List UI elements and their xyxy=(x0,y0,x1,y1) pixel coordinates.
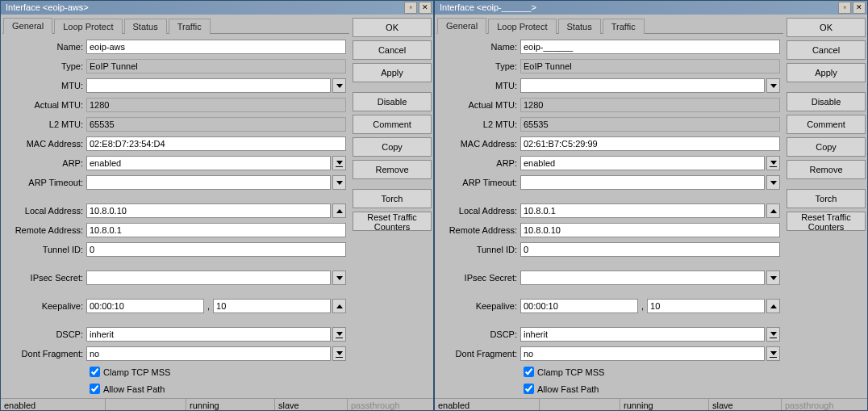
dont-fragment-input[interactable] xyxy=(520,346,765,361)
window-title: Interface <eoip-______> xyxy=(440,2,536,12)
status-running: running xyxy=(186,399,275,410)
remove-button[interactable]: Remove xyxy=(353,160,432,179)
torch-button[interactable]: Torch xyxy=(353,189,432,208)
close-button[interactable]: ✕ xyxy=(419,2,432,14)
tunnel-id-input[interactable] xyxy=(86,242,346,257)
copy-button[interactable]: Copy xyxy=(353,137,432,157)
dfrag-combo-icon[interactable] xyxy=(766,346,780,361)
arp-combo-icon[interactable] xyxy=(332,156,346,170)
mac-input[interactable] xyxy=(86,136,346,151)
disable-button[interactable]: Disable xyxy=(787,92,866,111)
torch-button[interactable]: Torch xyxy=(787,189,866,208)
close-button[interactable]: ✕ xyxy=(853,2,866,14)
tab-traffic[interactable]: Traffic xyxy=(603,19,645,34)
local-address-up-icon[interactable] xyxy=(332,203,346,218)
dscp-combo-icon[interactable] xyxy=(766,327,780,342)
minimize-button[interactable]: ▫ xyxy=(404,2,417,14)
allow-fast-path-checkbox[interactable] xyxy=(524,384,534,394)
clamp-tcp-mss-checkbox[interactable] xyxy=(90,367,100,377)
remove-button[interactable]: Remove xyxy=(787,160,866,179)
tab-status[interactable]: Status xyxy=(558,19,601,34)
reset-traffic-button[interactable]: Reset Traffic Counters xyxy=(353,212,432,231)
tab-general[interactable]: General xyxy=(437,18,486,34)
status-bar: enabled running slave passthrough xyxy=(1,398,433,410)
label-dscp: DSCP: xyxy=(440,329,520,339)
titlebar[interactable]: Interface <eoip-aws> ▫ ✕ xyxy=(1,1,433,15)
clamp-tcp-mss-checkbox[interactable] xyxy=(524,367,534,377)
remote-address-input[interactable] xyxy=(520,223,780,237)
mtu-input[interactable] xyxy=(86,78,331,93)
ipsec-secret-input[interactable] xyxy=(86,271,331,285)
arp-timeout-input[interactable] xyxy=(86,175,331,190)
keepalive-up-icon[interactable] xyxy=(766,299,780,313)
allow-fast-path-checkbox[interactable] xyxy=(90,384,100,394)
comma-separator: , xyxy=(206,301,211,311)
local-address-up-icon[interactable] xyxy=(766,203,780,218)
arp-timeout-input[interactable] xyxy=(520,175,765,190)
local-address-input[interactable] xyxy=(86,203,331,218)
status-passthrough: passthrough xyxy=(782,399,867,410)
tab-traffic[interactable]: Traffic xyxy=(169,19,211,34)
arp-timeout-dropdown-icon[interactable] xyxy=(332,175,346,190)
ok-button[interactable]: OK xyxy=(787,18,866,37)
label-laddr: Local Address: xyxy=(6,206,86,216)
cancel-button[interactable]: Cancel xyxy=(787,40,866,60)
tunnel-id-input[interactable] xyxy=(520,242,780,257)
apply-button[interactable]: Apply xyxy=(787,63,866,82)
mac-input[interactable] xyxy=(520,136,780,151)
keepalive-time-input[interactable] xyxy=(86,299,204,313)
keepalive-up-icon[interactable] xyxy=(332,299,346,313)
label-l2mtu: L2 MTU: xyxy=(440,120,520,129)
ok-button[interactable]: OK xyxy=(353,18,432,37)
comment-button[interactable]: Comment xyxy=(353,115,432,134)
status-bar: enabled running slave passthrough xyxy=(435,398,867,410)
reset-traffic-button[interactable]: Reset Traffic Counters xyxy=(787,212,866,231)
comment-button[interactable]: Comment xyxy=(787,115,866,134)
label-arpto: ARP Timeout: xyxy=(6,178,86,187)
disable-button[interactable]: Disable xyxy=(353,92,432,111)
label-mac: MAC Address: xyxy=(440,139,520,149)
tab-loop-protect[interactable]: Loop Protect xyxy=(488,19,556,34)
arp-timeout-dropdown-icon[interactable] xyxy=(766,175,780,190)
label-type: Type: xyxy=(6,61,86,71)
mtu-dropdown-icon[interactable] xyxy=(332,78,346,93)
ipsec-secret-input[interactable] xyxy=(520,271,765,285)
label-laddr: Local Address: xyxy=(440,206,520,216)
name-input[interactable] xyxy=(86,40,346,54)
keepalive-count-input[interactable] xyxy=(213,299,331,313)
remote-address-input[interactable] xyxy=(86,223,346,237)
dont-fragment-input[interactable] xyxy=(86,346,331,361)
dfrag-combo-icon[interactable] xyxy=(332,346,346,361)
label-keep: Keepalive: xyxy=(6,301,86,311)
apply-button[interactable]: Apply xyxy=(353,63,432,82)
arp-combo-icon[interactable] xyxy=(766,156,780,170)
keepalive-time-input[interactable] xyxy=(520,299,638,313)
arp-input[interactable] xyxy=(520,156,765,170)
keepalive-count-input[interactable] xyxy=(647,299,765,313)
dscp-combo-icon[interactable] xyxy=(332,327,346,342)
dscp-input[interactable] xyxy=(86,327,331,342)
tab-status[interactable]: Status xyxy=(124,19,167,34)
label-keep: Keepalive: xyxy=(440,301,520,311)
label-dfrag: Dont Fragment: xyxy=(6,349,86,359)
cancel-button[interactable]: Cancel xyxy=(353,40,432,60)
mtu-input[interactable] xyxy=(520,78,765,93)
name-input[interactable] xyxy=(520,40,780,54)
label-mac: MAC Address: xyxy=(6,139,86,149)
arp-input[interactable] xyxy=(86,156,331,170)
copy-button[interactable]: Copy xyxy=(787,137,866,157)
dscp-input[interactable] xyxy=(520,327,765,342)
titlebar[interactable]: Interface <eoip-______> ▫ ✕ xyxy=(435,1,867,15)
ipsec-dropdown-icon[interactable] xyxy=(332,271,346,285)
type-field xyxy=(86,59,346,73)
ipsec-dropdown-icon[interactable] xyxy=(766,271,780,285)
tab-general[interactable]: General xyxy=(3,18,52,34)
label-raddr: Remote Address: xyxy=(6,225,86,235)
label-mtu: MTU: xyxy=(440,81,520,90)
mtu-dropdown-icon[interactable] xyxy=(766,78,780,93)
tab-loop-protect[interactable]: Loop Protect xyxy=(54,19,122,34)
label-name: Name: xyxy=(440,42,520,52)
minimize-button[interactable]: ▫ xyxy=(838,2,851,14)
tab-bar: General Loop Protect Status Traffic xyxy=(2,16,349,34)
local-address-input[interactable] xyxy=(520,203,765,218)
